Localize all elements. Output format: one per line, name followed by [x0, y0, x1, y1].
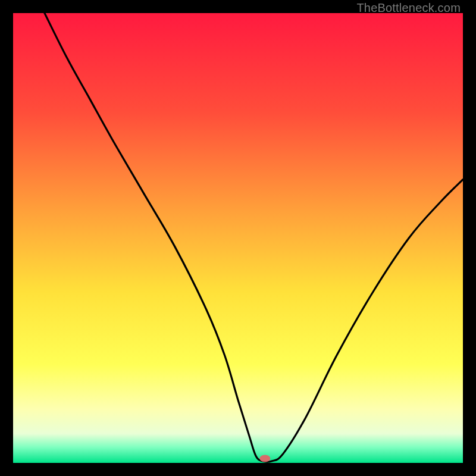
minimum-marker	[259, 455, 270, 462]
chart-frame	[13, 13, 463, 463]
bottleneck-chart	[13, 13, 463, 463]
chart-background-gradient	[13, 13, 463, 463]
